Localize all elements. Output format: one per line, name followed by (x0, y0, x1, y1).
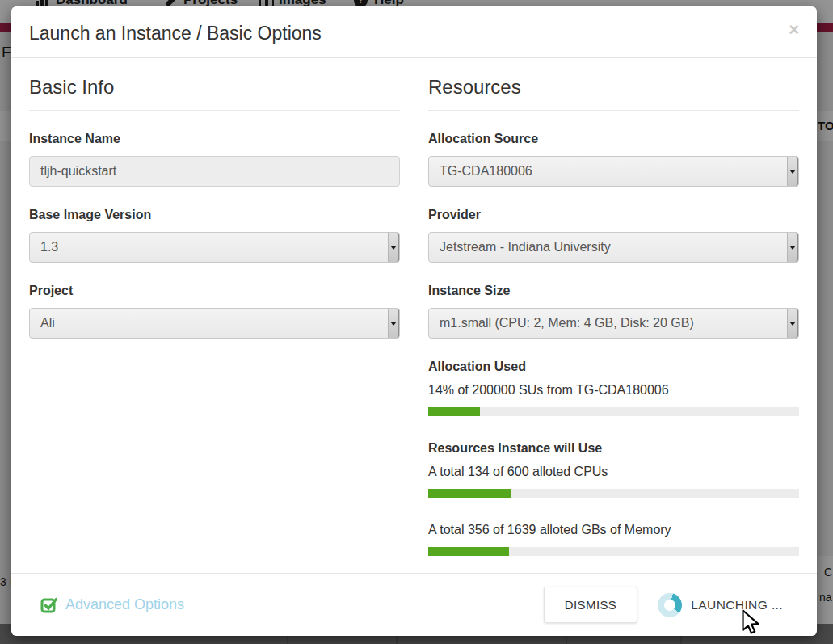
check-square-icon (40, 596, 57, 613)
progress-fill (428, 489, 511, 498)
selected-value: Ali (40, 316, 55, 330)
cpu-usage-text: A total 134 of 600 alloted CPUs (428, 465, 799, 479)
allocation-used-label: Allocation Used (428, 360, 799, 374)
resources-column: Resources Allocation Source TG-CDA180006… (428, 73, 799, 581)
dismiss-button[interactable]: DISMISS (544, 587, 637, 623)
memory-usage-text: A total 356 of 1639 alloted GBs of Memor… (428, 523, 799, 537)
allocation-used-block: Allocation Used 14% of 200000 SUs from T… (428, 360, 799, 416)
base-image-version-label: Base Image Version (29, 208, 400, 222)
mouse-cursor (742, 609, 759, 634)
selected-value: TG-CDA180006 (440, 164, 532, 179)
project-select[interactable]: Ali (29, 308, 400, 339)
progress-fill (428, 407, 480, 416)
instance-size-group: Instance Size m1.small (CPU: 2, Mem: 4 G… (428, 284, 799, 339)
modal-header: Launch an Instance / Basic Options × (11, 6, 817, 58)
memory-progressbar (428, 547, 799, 556)
basic-info-column: Basic Info Instance Name Base Image Vers… (29, 73, 400, 581)
launch-instance-modal: Launch an Instance / Basic Options × Bas… (11, 6, 817, 636)
allocation-used-text: 14% of 200000 SUs from TG-CDA180006 (428, 383, 799, 398)
launching-label: LAUNCHING ... (691, 598, 783, 612)
selected-value: Jetstream - Indiana University (440, 240, 611, 255)
provider-select[interactable]: Jetstream - Indiana University (428, 232, 799, 263)
selected-value: m1.small (CPU: 2, Mem: 4 GB, Disk: 20 GB… (440, 316, 694, 330)
spinner-icon (658, 593, 682, 617)
chevron-down-icon (390, 322, 397, 326)
chevron-down-icon (789, 322, 796, 326)
resources-heading: Resources (428, 73, 799, 111)
will-use-label: Resources Instance will Use (428, 441, 799, 456)
allocation-source-group: Allocation Source TG-CDA180006 (428, 132, 799, 187)
launching-status: LAUNCHING ... (658, 593, 783, 617)
progress-fill (428, 547, 509, 556)
cpu-progressbar (428, 489, 799, 498)
chevron-down-icon (789, 170, 796, 174)
base-image-version-group: Base Image Version 1.3 (29, 208, 400, 263)
instance-size-select[interactable]: m1.small (CPU: 2, Mem: 4 GB, Disk: 20 GB… (428, 308, 799, 339)
allocation-used-progressbar (428, 407, 799, 416)
modal-body: Basic Info Instance Name Base Image Vers… (11, 58, 817, 581)
advanced-options-link[interactable]: Advanced Options (40, 596, 184, 613)
chevron-down-icon (390, 246, 397, 250)
resources-will-use-block: Resources Instance will Use A total 134 … (428, 441, 799, 556)
modal-title: Launch an Instance / Basic Options (29, 23, 799, 44)
screen: Dashboard Projects Images ? Help F TO 3 … (0, 0, 833, 644)
instance-name-input[interactable] (29, 156, 400, 187)
basic-info-heading: Basic Info (29, 73, 400, 111)
modal-footer: Advanced Options DISMISS LAUNCHING ... (11, 573, 817, 636)
advanced-options-label: Advanced Options (65, 596, 184, 613)
chevron-down-icon (789, 246, 796, 250)
allocation-source-label: Allocation Source (428, 132, 799, 146)
instance-size-label: Instance Size (428, 284, 799, 298)
close-icon[interactable]: × (789, 21, 799, 39)
selected-value: 1.3 (40, 240, 58, 255)
provider-group: Provider Jetstream - Indiana University (428, 208, 799, 263)
instance-name-label: Instance Name (29, 132, 400, 146)
project-group: Project Ali (29, 284, 400, 339)
provider-label: Provider (428, 208, 799, 222)
allocation-source-select[interactable]: TG-CDA180006 (428, 156, 799, 187)
base-image-version-select[interactable]: 1.3 (29, 232, 400, 263)
project-label: Project (29, 284, 400, 298)
instance-name-group: Instance Name (29, 132, 400, 187)
